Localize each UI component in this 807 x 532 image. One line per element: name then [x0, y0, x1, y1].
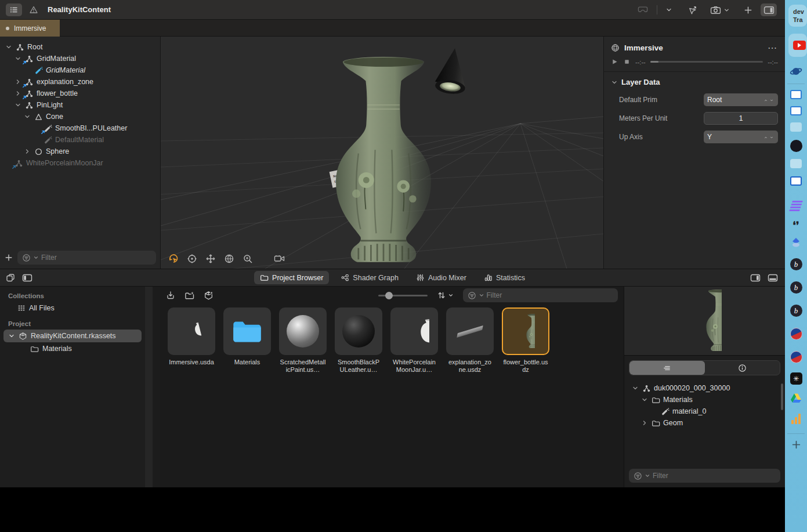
- background-tab-tile[interactable]: devTra: [788, 5, 807, 27]
- move-tool-icon[interactable]: [205, 254, 216, 264]
- up-axis-dropdown[interactable]: Y: [704, 131, 778, 143]
- taegeuk-bookmark-icon[interactable]: [785, 328, 807, 340]
- tree-item-explanation-zone[interactable]: explanation_zone: [0, 76, 160, 88]
- play-button[interactable]: [611, 58, 618, 66]
- transform-mode-icon[interactable]: [687, 5, 697, 15]
- filter-funnel-icon[interactable]: [22, 254, 31, 262]
- tree-item-whiteporcelainmoonjar[interactable]: WhitePorcelainMoonJar: [0, 157, 160, 169]
- timeline-slider[interactable]: [650, 61, 763, 63]
- tree-item-duk[interactable]: duk000020_000_30000: [624, 382, 785, 394]
- meters-per-unit-field[interactable]: 1: [704, 112, 778, 125]
- b-bookmark-icon[interactable]: b: [785, 281, 807, 294]
- taegeuk-bookmark-icon[interactable]: [785, 351, 807, 363]
- emblem-bookmark-icon[interactable]: ✳: [785, 372, 807, 385]
- preview-filter-field[interactable]: [629, 469, 780, 483]
- scene-hierarchy-panel: Root GridMaterial GridMaterial explanati…: [0, 37, 161, 269]
- left-panel-toggle-icon[interactable]: [22, 274, 32, 282]
- globe-tool-icon[interactable]: [224, 254, 234, 264]
- window-bookmark-icon[interactable]: [785, 176, 807, 186]
- thumbnail-size-slider[interactable]: [378, 295, 428, 296]
- project-header: Project: [0, 314, 145, 330]
- scene-list-button[interactable]: [6, 3, 22, 16]
- sort-button[interactable]: [437, 291, 454, 300]
- tree-item-sphere[interactable]: Sphere: [0, 146, 160, 157]
- file-explanation-zone[interactable]: explanation_zone.usdz: [444, 307, 495, 374]
- file-materials-folder[interactable]: Materials: [222, 307, 273, 374]
- window-bookmark-icon[interactable]: [785, 90, 807, 99]
- capture-button[interactable]: [710, 6, 730, 15]
- center-tool-icon[interactable]: [187, 254, 197, 264]
- analytics-bookmark-icon[interactable]: [785, 414, 807, 424]
- rkassets-item[interactable]: RealityKitContent.rkassets: [3, 330, 142, 342]
- planet-bookmark-icon[interactable]: [785, 65, 807, 78]
- light-tile-bookmark-icon[interactable]: [785, 159, 807, 168]
- add-bookmark-button[interactable]: [785, 440, 807, 450]
- browser-filter-input[interactable]: [487, 291, 614, 299]
- tab-project-browser[interactable]: Project Browser: [254, 271, 329, 284]
- google-drive-bookmark-icon[interactable]: [785, 393, 807, 403]
- camera-view-icon[interactable]: [274, 254, 285, 263]
- add-entity-button[interactable]: [5, 254, 13, 262]
- scene-filter-field[interactable]: [17, 251, 156, 265]
- browser-filter-field[interactable]: [463, 288, 618, 302]
- collection-view-icon[interactable]: [6, 273, 15, 283]
- stop-button[interactable]: [623, 58, 631, 66]
- window-bookmark-icon[interactable]: [785, 106, 807, 115]
- tab-statistics[interactable]: Statistics: [478, 271, 531, 284]
- scene-filter-input[interactable]: [41, 254, 151, 262]
- tree-item-root[interactable]: Root: [0, 41, 160, 53]
- more-options-button[interactable]: ⋯: [768, 42, 778, 53]
- dark-circle-bookmark-icon[interactable]: [785, 140, 807, 152]
- inspector-toggle-button[interactable]: [761, 3, 777, 16]
- new-folder-icon[interactable]: [184, 291, 194, 301]
- purple-bookmark-icon[interactable]: [785, 201, 807, 211]
- file-scratchedmetallicpaint[interactable]: ScratchedMetallicPaint.us…: [277, 307, 328, 374]
- layer-data-section: Layer Data Default Prim Root Meters Per …: [604, 71, 785, 155]
- tree-item-gridmaterial[interactable]: GridMaterial: [0, 53, 160, 64]
- all-files-item[interactable]: All Files: [0, 302, 145, 314]
- tree-item-geom[interactable]: Geom: [624, 417, 785, 429]
- import-icon[interactable]: [166, 291, 175, 300]
- file-smoothblackpuleather[interactable]: SmoothBlackPULeather.u…: [333, 307, 384, 374]
- vr-preview-icon[interactable]: [637, 6, 649, 14]
- tree-item-materials[interactable]: Materials: [624, 394, 785, 406]
- new-scene-icon[interactable]: [204, 291, 213, 301]
- tree-item-smoothblack-puleather[interactable]: SmoothBl...PULeather: [0, 122, 160, 134]
- tab-shader-graph[interactable]: Shader Graph: [335, 271, 404, 284]
- tree-item-material-0[interactable]: material_0: [624, 406, 785, 417]
- quotes-bookmark-icon[interactable]: ❛❜: [785, 219, 807, 231]
- tree-item-pinlight[interactable]: PinLight: [0, 99, 160, 111]
- file-immersive-usda[interactable]: Immersive.usda: [166, 307, 217, 374]
- tab-audio-mixer[interactable]: Audio Mixer: [410, 271, 472, 284]
- b-bookmark-icon[interactable]: b: [785, 258, 807, 270]
- filter-chevron-icon[interactable]: [33, 255, 39, 260]
- chevron-down-icon: [611, 79, 618, 86]
- viewport-canvas[interactable]: Name of t Ea: [161, 37, 603, 269]
- file-flower-bottle[interactable]: flower_bottle.usdz: [500, 307, 551, 374]
- add-button[interactable]: [744, 6, 752, 15]
- gem-bookmark-icon[interactable]: [785, 237, 807, 248]
- orbit-tool-icon[interactable]: [168, 253, 179, 264]
- tab-immersive[interactable]: Immersive: [0, 20, 60, 37]
- segment-info[interactable]: [705, 361, 780, 375]
- b-bookmark-icon[interactable]: b: [785, 305, 807, 317]
- tree-item-cone[interactable]: Cone: [0, 111, 160, 122]
- file-whiteporcelainmoonjar[interactable]: WhitePorcelainMoonJar.u…: [389, 307, 440, 374]
- vr-preview-chevron-icon[interactable]: [665, 6, 672, 13]
- preview-filter-input[interactable]: [653, 472, 776, 480]
- segment-hierarchy[interactable]: [629, 361, 705, 375]
- scrollbar[interactable]: [781, 383, 783, 410]
- zoom-tool-icon[interactable]: [243, 254, 253, 264]
- layer-data-header[interactable]: Layer Data: [611, 78, 778, 86]
- collections-header: Collections: [0, 287, 145, 302]
- materials-folder-item[interactable]: Materials: [0, 342, 145, 355]
- faded-bookmark-icon[interactable]: [785, 122, 807, 132]
- tree-item-defaultmaterial[interactable]: DefaultMaterial: [0, 134, 160, 146]
- youtube-tab-tile[interactable]: [788, 34, 807, 57]
- warning-icon[interactable]: [26, 3, 42, 16]
- tree-item-flower-bottle[interactable]: flower_bottle: [0, 88, 160, 99]
- tree-item-gridmaterial-material[interactable]: GridMaterial: [0, 64, 160, 76]
- bottom-panel-toggle-icon[interactable]: [768, 274, 778, 282]
- right-panel-toggle-icon[interactable]: [750, 274, 761, 282]
- default-prim-dropdown[interactable]: Root: [704, 93, 778, 106]
